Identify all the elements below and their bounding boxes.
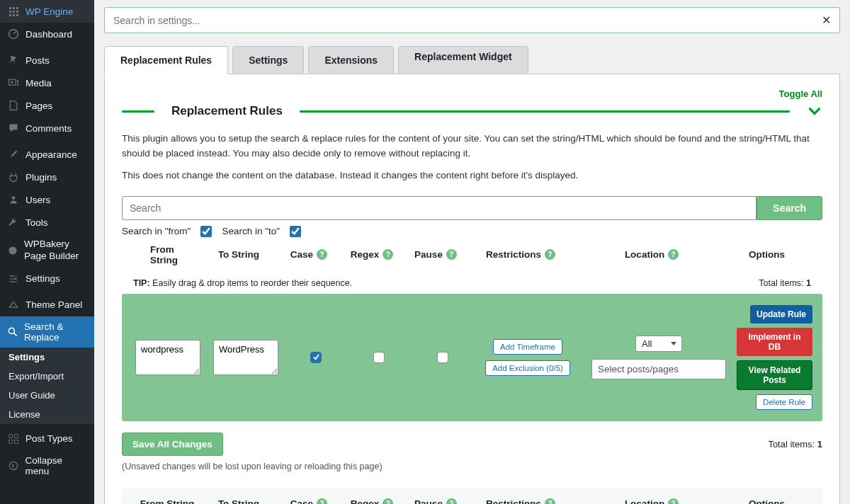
svg-rect-20 bbox=[15, 440, 18, 443]
help-icon[interactable]: ? bbox=[446, 498, 457, 504]
sidebar-item-settings[interactable]: Settings bbox=[0, 268, 94, 290]
sidebar-item-theme-panel[interactable]: Theme Panel bbox=[0, 294, 94, 316]
settings-search: ✕ bbox=[104, 7, 840, 33]
panel-icon bbox=[7, 299, 20, 311]
rule-row: Add Timeframe Add Exclusion (0/5) All Se… bbox=[122, 294, 822, 421]
sidebar-item-pages[interactable]: Pages bbox=[0, 94, 94, 117]
help-icon[interactable]: ? bbox=[545, 249, 555, 260]
to-string-input[interactable] bbox=[213, 340, 278, 375]
col-pause: Pause? bbox=[404, 244, 468, 265]
chevron-down-icon[interactable] bbox=[807, 103, 822, 119]
sidebar-item-wpengine[interactable]: WP Engine bbox=[0, 0, 94, 23]
help-icon[interactable]: ? bbox=[317, 498, 327, 504]
implement-db-button[interactable]: Implement in DB bbox=[737, 328, 812, 356]
tab-settings[interactable]: Settings bbox=[232, 46, 304, 74]
sidebar-item-label: Search & Replace bbox=[24, 321, 87, 343]
col-to: To String bbox=[200, 244, 278, 265]
section-header: Replacement Rules bbox=[122, 103, 822, 119]
wpe-icon bbox=[7, 5, 20, 18]
case-checkbox[interactable] bbox=[310, 352, 322, 363]
sidebar-item-label: Comments bbox=[26, 123, 72, 134]
submenu-user-guide[interactable]: User Guide bbox=[0, 386, 94, 405]
sidebar-item-label: WPBakery Page Builder bbox=[24, 239, 87, 263]
tab-replacement-widget[interactable]: Replacement Widget bbox=[398, 46, 528, 74]
sidebar-item-wpbakery[interactable]: WPBakery Page Builder bbox=[0, 234, 94, 268]
help-icon[interactable]: ? bbox=[446, 249, 457, 260]
delete-rule-button[interactable]: Delete Rule bbox=[756, 394, 812, 410]
from-string-input[interactable] bbox=[135, 340, 200, 375]
pin-icon bbox=[7, 54, 20, 67]
help-icon[interactable]: ? bbox=[668, 498, 679, 504]
save-all-button[interactable]: Save All Changes bbox=[122, 433, 223, 456]
col-restrictions: Restrictions? bbox=[468, 244, 574, 265]
sidebar-item-label: Appearance bbox=[26, 149, 77, 160]
add-exclusion-button[interactable]: Add Exclusion (0/5) bbox=[485, 360, 570, 376]
sidebar-item-users[interactable]: Users bbox=[0, 188, 94, 211]
help-icon[interactable]: ? bbox=[382, 249, 393, 260]
sidebar-item-label: Theme Panel bbox=[26, 299, 82, 310]
select-posts-input[interactable]: Select posts/pages bbox=[591, 359, 726, 379]
sidebar-collapse[interactable]: Collapse menu bbox=[0, 450, 94, 481]
sidebar-item-label: Users bbox=[26, 195, 50, 205]
col-location: Location? bbox=[574, 244, 730, 265]
svg-rect-0 bbox=[9, 7, 11, 9]
section-title: Replacement Rules bbox=[171, 104, 283, 118]
sidebar-item-label: Collapse menu bbox=[25, 455, 87, 476]
sidebar-item-label: Media bbox=[26, 78, 52, 88]
rules-table-footer: From String To String Case? Regex? Pause… bbox=[122, 488, 822, 504]
close-icon[interactable]: ✕ bbox=[822, 13, 831, 27]
rule-search-button[interactable]: Search bbox=[756, 196, 822, 220]
help-icon[interactable]: ? bbox=[545, 498, 555, 504]
toggle-all-link[interactable]: Toggle All bbox=[122, 88, 822, 99]
view-related-posts-button[interactable]: View Related Posts bbox=[737, 360, 812, 390]
search-icon bbox=[7, 326, 18, 338]
sidebar-item-dashboard[interactable]: Dashboard bbox=[0, 23, 94, 45]
sidebar-item-media[interactable]: Media bbox=[0, 71, 94, 94]
col-from: From String bbox=[122, 244, 200, 265]
location-select[interactable]: All bbox=[635, 336, 682, 352]
pause-checkbox[interactable] bbox=[437, 352, 448, 363]
help-icon[interactable]: ? bbox=[382, 498, 393, 504]
update-rule-button[interactable]: Update Rule bbox=[750, 305, 812, 323]
svg-rect-17 bbox=[9, 434, 13, 437]
builder-icon bbox=[7, 244, 18, 257]
sidebar-item-tools[interactable]: Tools bbox=[0, 211, 94, 234]
divider-icon bbox=[300, 110, 790, 113]
panel-replacement-rules: Toggle All Replacement Rules This plugin… bbox=[104, 74, 840, 504]
submenu-settings[interactable]: Settings bbox=[0, 348, 94, 367]
svg-rect-18 bbox=[15, 434, 18, 437]
search-in-from-checkbox[interactable] bbox=[200, 226, 212, 237]
sidebar-item-posts[interactable]: Posts bbox=[0, 49, 94, 71]
help-icon[interactable]: ? bbox=[317, 249, 327, 260]
save-row: Save All Changes Total items: 1 bbox=[122, 433, 822, 456]
col-regex: Regex? bbox=[340, 244, 404, 265]
add-timeframe-button[interactable]: Add Timeframe bbox=[493, 339, 562, 355]
svg-point-15 bbox=[12, 281, 13, 282]
svg-point-16 bbox=[8, 328, 14, 333]
rule-options: Update Rule Implement in DB View Related… bbox=[737, 305, 815, 410]
svg-point-12 bbox=[8, 246, 16, 254]
sidebar-item-comments[interactable]: Comments bbox=[0, 117, 94, 139]
svg-rect-6 bbox=[9, 14, 11, 16]
regex-checkbox[interactable] bbox=[373, 352, 385, 363]
user-icon bbox=[7, 193, 20, 206]
sidebar-item-search-replace[interactable]: Search & Replace bbox=[0, 316, 94, 348]
submenu-export-import[interactable]: Export/Import bbox=[0, 367, 94, 386]
sidebar-item-plugins[interactable]: Plugins bbox=[0, 166, 94, 188]
rule-search-input[interactable] bbox=[122, 196, 756, 220]
submenu-license[interactable]: License bbox=[0, 405, 94, 424]
tab-replacement-rules[interactable]: Replacement Rules bbox=[104, 46, 228, 74]
svg-point-11 bbox=[12, 196, 16, 200]
divider-icon bbox=[122, 110, 154, 113]
settings-search-input[interactable] bbox=[113, 15, 822, 26]
search-in-to-checkbox[interactable] bbox=[290, 226, 301, 237]
help-icon[interactable]: ? bbox=[668, 249, 679, 260]
sidebar-item-post-types[interactable]: Post Types bbox=[0, 428, 94, 450]
col-options: Options bbox=[730, 498, 822, 504]
total-items-count: 1 bbox=[806, 278, 811, 288]
comment-icon bbox=[7, 122, 20, 134]
sidebar-item-appearance[interactable]: Appearance bbox=[0, 143, 94, 166]
grid-icon bbox=[7, 433, 20, 445]
sidebar-item-label: Settings bbox=[26, 273, 60, 284]
tab-extensions[interactable]: Extensions bbox=[308, 46, 394, 74]
